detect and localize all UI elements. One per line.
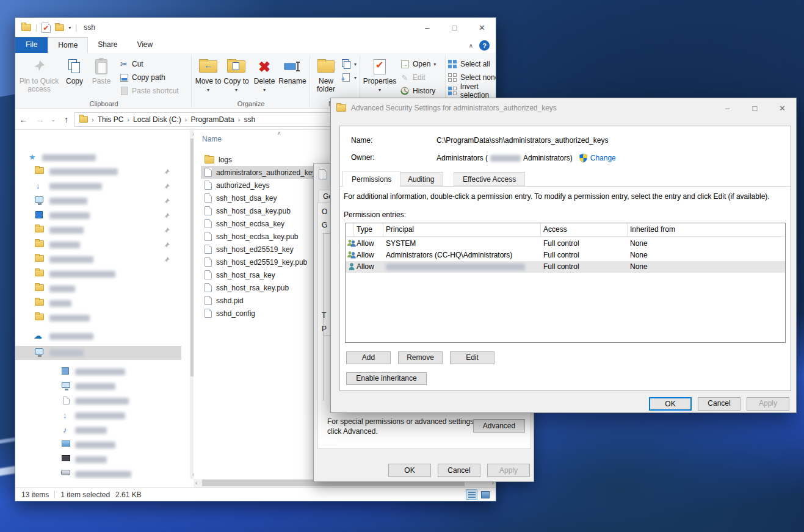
sidebar-item[interactable]: [15, 253, 181, 267]
enable-inheritance-button[interactable]: Enable inheritance: [346, 372, 427, 385]
breadcrumb-local-disk[interactable]: Local Disk (C:): [133, 115, 181, 124]
tab-file[interactable]: File: [15, 37, 48, 53]
qat-customize-caret-icon[interactable]: ▾: [68, 25, 71, 31]
tab-view[interactable]: View: [127, 37, 162, 53]
breadcrumb-this-pc[interactable]: This PC: [98, 115, 124, 124]
breadcrumb-programdata[interactable]: ProgramData: [190, 115, 234, 124]
delete-button[interactable]: ✖ Delete ▾: [252, 56, 277, 97]
sidebar-item[interactable]: [15, 224, 181, 237]
collapse-ribbon-icon[interactable]: ∧: [469, 42, 473, 49]
sort-ascending-icon[interactable]: ∧: [277, 130, 281, 136]
cancel-button[interactable]: Cancel: [438, 464, 480, 477]
sidebar-item[interactable]: [15, 297, 181, 311]
rename-button[interactable]: Rename: [278, 56, 307, 97]
sidebar-item[interactable]: ♪: [15, 424, 181, 437]
move-to-button[interactable]: ← Move to ▾: [195, 56, 222, 97]
copy-button[interactable]: Copy: [62, 56, 87, 97]
file-row[interactable]: ssh_host_dsa_key.pub: [201, 204, 330, 217]
permission-entries-table[interactable]: Type Principal Access Inherited from All…: [345, 223, 786, 343]
up-button[interactable]: ↑: [58, 115, 74, 124]
minimize-button[interactable]: –: [714, 99, 741, 117]
edit-button[interactable]: Edit: [450, 351, 494, 364]
scroll-left-icon[interactable]: ‹: [195, 480, 197, 486]
cancel-button[interactable]: Cancel: [698, 397, 741, 411]
details-view-button[interactable]: [466, 489, 477, 500]
tab-permissions[interactable]: Permissions: [342, 171, 400, 187]
sidebar-item[interactable]: ↓: [15, 409, 181, 423]
minimize-button[interactable]: –: [413, 18, 441, 37]
help-button[interactable]: ?: [479, 40, 490, 51]
paste-button[interactable]: Paste: [89, 56, 114, 97]
invert-selection-button[interactable]: Invert selection: [447, 85, 496, 97]
pin-to-quick-access-button[interactable]: Pin to Quick access: [19, 56, 59, 97]
sidebar-item[interactable]: [15, 395, 181, 408]
qat-new-folder-icon[interactable]: [55, 24, 64, 31]
close-button[interactable]: ✕: [468, 18, 496, 37]
breadcrumb-ssh[interactable]: ssh: [244, 115, 255, 124]
maximize-button[interactable]: □: [441, 18, 468, 37]
file-row[interactable]: authorized_keys: [201, 179, 330, 192]
file-row-selected[interactable]: administrators_authorized_keys: [201, 166, 330, 179]
new-folder-button[interactable]: Newfolder: [312, 56, 340, 97]
column-inherited-from[interactable]: Inherited from: [630, 225, 675, 234]
cut-button[interactable]: ✂ Cut: [119, 58, 143, 70]
tab-effective-access[interactable]: Effective Access: [454, 172, 525, 186]
sidebar-item[interactable]: [15, 282, 181, 296]
file-row[interactable]: ssh_host_rsa_key: [201, 268, 330, 281]
file-row[interactable]: sshd_config: [201, 307, 330, 320]
sidebar-item[interactable]: [15, 365, 181, 379]
sidebar-item[interactable]: [15, 165, 181, 179]
paste-shortcut-button[interactable]: Paste shortcut: [119, 85, 179, 97]
ok-button[interactable]: OK: [649, 397, 692, 411]
permission-row[interactable]: Allow Administrators (CC-HQ\Administrato…: [346, 250, 785, 261]
column-type[interactable]: Type: [357, 225, 372, 234]
file-row[interactable]: ssh_host_ecdsa_key: [201, 217, 330, 230]
sidebar-item[interactable]: [15, 312, 181, 325]
copy-path-button[interactable]: Copy path: [119, 71, 165, 84]
sidebar-item-desktop[interactable]: [15, 195, 181, 208]
properties-button[interactable]: ✔ Properties▾: [363, 56, 396, 97]
sidebar-item-downloads[interactable]: ↓: [15, 180, 181, 193]
copy-to-button[interactable]: Copy to ▾: [223, 56, 250, 97]
back-button[interactable]: ←: [15, 115, 32, 124]
permission-row-selected[interactable]: Allow Full control None: [346, 261, 785, 273]
close-button[interactable]: ✕: [769, 99, 796, 117]
advanced-button[interactable]: Advanced: [473, 419, 525, 433]
new-item-button[interactable]: ▾: [341, 58, 357, 70]
sidebar-item-onedrive[interactable]: ☁: [15, 330, 181, 343]
easy-access-button[interactable]: + ▾: [341, 71, 357, 84]
select-all-button[interactable]: Select all: [447, 58, 490, 70]
column-access[interactable]: Access: [543, 225, 567, 234]
apply-button[interactable]: Apply: [747, 397, 789, 411]
sidebar-item[interactable]: [15, 239, 181, 252]
history-button[interactable]: History: [400, 85, 435, 97]
tab-home[interactable]: Home: [48, 37, 88, 53]
file-row[interactable]: ssh_host_rsa_key.pub: [201, 281, 330, 294]
open-button[interactable]: → Open ▾: [400, 58, 436, 70]
select-none-button[interactable]: Select none: [447, 71, 496, 84]
change-owner-link[interactable]: Change: [590, 154, 616, 162]
apply-button[interactable]: Apply: [487, 464, 530, 477]
sidebar-item[interactable]: [15, 453, 181, 467]
ok-button[interactable]: OK: [388, 464, 431, 477]
column-principal[interactable]: Principal: [386, 225, 414, 234]
tab-share[interactable]: Share: [88, 37, 127, 53]
file-row[interactable]: ssh_host_ed25519_key.pub: [201, 256, 330, 268]
maximize-button[interactable]: □: [741, 99, 769, 117]
forward-button[interactable]: →: [32, 115, 48, 124]
large-icons-view-button[interactable]: [479, 489, 491, 500]
sidebar-item[interactable]: [15, 380, 181, 394]
sidebar-item-this-pc[interactable]: [15, 347, 181, 360]
edit-button[interactable]: ✎ Edit: [400, 71, 426, 84]
recent-locations-dropdown-icon[interactable]: ⌄: [48, 117, 58, 123]
sidebar-item[interactable]: [15, 439, 181, 452]
file-row[interactable]: ssh_host_ed25519_key: [201, 243, 330, 256]
add-button[interactable]: Add: [346, 351, 391, 364]
sidebar-item[interactable]: [15, 268, 181, 281]
file-row[interactable]: sshd.pid: [201, 294, 330, 307]
permission-row[interactable]: Allow SYSTEM Full control None: [346, 238, 785, 250]
qat-properties-icon[interactable]: ✔: [42, 23, 51, 33]
file-row[interactable]: logs: [201, 153, 330, 166]
column-header-name[interactable]: Name: [202, 135, 222, 143]
remove-button[interactable]: Remove: [398, 351, 443, 364]
